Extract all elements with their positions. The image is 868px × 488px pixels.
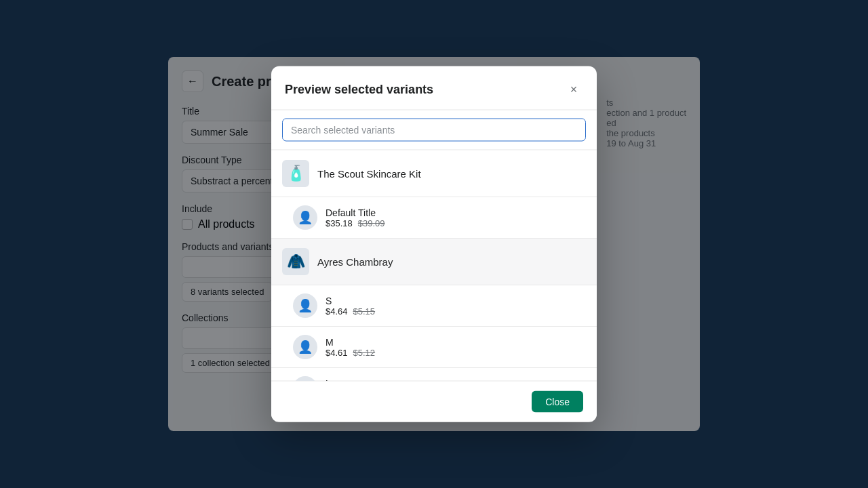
- variant-row: 👤L$4.61$5.12: [271, 368, 597, 381]
- close-button[interactable]: Close: [532, 391, 583, 413]
- variant-avatar: 👤: [293, 376, 317, 381]
- modal-body: 🧴The Scout Skincare Kit👤Default Title$35…: [271, 150, 597, 381]
- variant-price: $4.61: [326, 347, 348, 357]
- modal-footer: Close: [271, 381, 597, 422]
- variant-name: S: [326, 295, 586, 306]
- variant-info: Default Title$35.18$39.09: [326, 207, 586, 228]
- preview-variants-modal: Preview selected variants × 🧴The Scout S…: [271, 66, 597, 422]
- person-icon: 👤: [298, 210, 313, 225]
- product-icon: 🧥: [287, 253, 305, 270]
- variant-name: M: [326, 336, 586, 347]
- variant-price: $4.64: [326, 306, 348, 316]
- variant-info: M$4.61$5.12: [326, 336, 586, 357]
- variant-avatar: 👤: [293, 293, 317, 318]
- variant-avatar: 👤: [293, 335, 317, 359]
- variant-original-price: $39.09: [358, 218, 385, 228]
- product-group-header: 🧴The Scout Skincare Kit: [271, 150, 597, 197]
- variant-original-price: $5.15: [353, 306, 376, 316]
- person-icon: 👤: [298, 298, 313, 313]
- person-icon: 👤: [298, 340, 313, 354]
- variant-row: 👤Default Title$35.18$39.09: [271, 197, 597, 239]
- modal-header: Preview selected variants ×: [271, 66, 597, 110]
- product-name: Ayres Chambray: [317, 256, 393, 267]
- modal-close-button[interactable]: ×: [564, 80, 583, 99]
- variant-row: 👤M$4.61$5.12: [271, 327, 597, 368]
- search-section: [271, 110, 597, 150]
- close-icon: ×: [570, 82, 578, 96]
- variant-original-price: $5.12: [353, 347, 376, 357]
- variant-row: 👤S$4.64$5.15: [271, 285, 597, 327]
- variant-prices: $35.18$39.09: [326, 218, 586, 228]
- variant-name: L: [326, 378, 586, 381]
- variant-avatar: 👤: [293, 205, 317, 230]
- product-thumbnail: 🧴: [282, 160, 309, 187]
- product-name: The Scout Skincare Kit: [317, 167, 421, 179]
- variant-prices: $4.61$5.12: [326, 347, 586, 357]
- modal-title: Preview selected variants: [285, 82, 433, 96]
- variant-name: Default Title: [326, 207, 586, 218]
- product-thumbnail: 🧥: [282, 248, 309, 275]
- variant-info: S$4.64$5.15: [326, 295, 586, 316]
- search-input[interactable]: [282, 119, 586, 142]
- close-button-label: Close: [545, 396, 570, 407]
- product-icon: 🧴: [287, 165, 305, 182]
- variant-prices: $4.64$5.15: [326, 306, 586, 316]
- product-group-header: 🧥Ayres Chambray: [271, 239, 597, 285]
- variant-price: $35.18: [326, 218, 353, 228]
- variant-info: L$4.61$5.12: [326, 378, 586, 381]
